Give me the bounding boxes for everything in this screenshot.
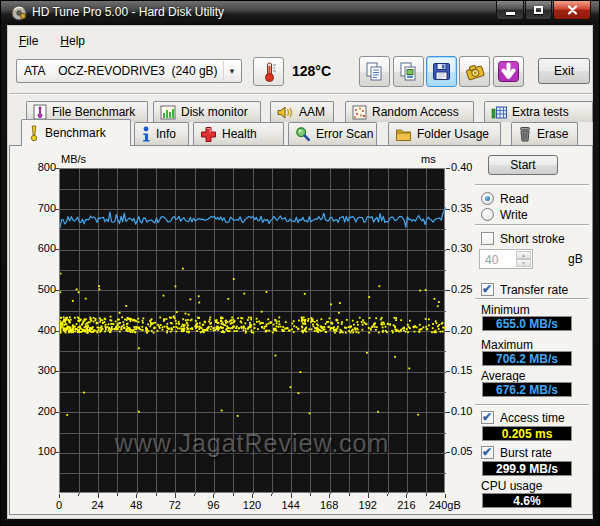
close-button[interactable] xyxy=(553,1,591,20)
drive-select[interactable]: ATA OCZ-REVODRIVE3 (240 gB) ▼ xyxy=(16,59,242,83)
maximum-value: 706.2 MB/s xyxy=(482,351,572,366)
tab-aam[interactable]: AAM xyxy=(270,101,334,122)
exit-button[interactable]: Exit xyxy=(538,58,590,84)
tab-label: Info xyxy=(156,127,176,141)
menu-bar: File Help xyxy=(9,30,89,51)
tab-label: AAM xyxy=(299,105,325,119)
read-radio[interactable] xyxy=(481,192,494,205)
menu-file[interactable]: File xyxy=(15,32,42,50)
download-icon xyxy=(497,60,520,83)
y-left-axis-title: MB/s xyxy=(61,153,86,165)
x-tick xyxy=(78,494,79,496)
app-window: HD Tune Pro 5.00 - Hard Disk Utility Fil… xyxy=(0,0,600,526)
burst-rate-value: 299.9 MB/s xyxy=(482,461,572,476)
tab-label: Benchmark xyxy=(45,126,106,140)
spinner-up-icon[interactable]: ▲ xyxy=(516,251,531,259)
x-tick-label: 240gB xyxy=(429,499,473,511)
y-left-tick-label: 300 xyxy=(30,364,56,376)
write-radio[interactable] xyxy=(481,208,494,221)
tab-error-scan[interactable]: Error Scan xyxy=(288,122,377,145)
tab-info[interactable]: Info xyxy=(134,122,189,145)
window-title: HD Tune Pro 5.00 - Hard Disk Utility xyxy=(32,5,224,19)
tab-extra-tests[interactable]: Extra tests xyxy=(484,101,593,122)
tab-health[interactable]: Health xyxy=(193,122,284,145)
aam-icon xyxy=(277,105,294,120)
y-right-tick xyxy=(446,452,450,453)
tab-label: Random Access xyxy=(372,105,459,119)
tab-folder-usage[interactable]: Folder Usage xyxy=(388,122,501,145)
x-tick xyxy=(291,494,292,498)
x-tick-label: 216 xyxy=(391,499,421,511)
x-tick xyxy=(406,494,407,498)
y-right-tick-label: 0.20 xyxy=(451,324,481,336)
minimum-value: 655.0 MB/s xyxy=(482,316,572,331)
save-icon xyxy=(431,61,452,82)
copy-report-button[interactable] xyxy=(359,56,390,87)
tab-label: Extra tests xyxy=(512,105,569,119)
toolbar-separator xyxy=(9,93,593,95)
write-radio-label[interactable]: Write xyxy=(500,208,528,222)
x-tick xyxy=(426,494,427,496)
short-stroke-label[interactable]: Short stroke xyxy=(500,232,565,246)
spinner-down-icon[interactable]: ▼ xyxy=(516,259,531,267)
download-button[interactable] xyxy=(493,56,524,87)
y-left-tick-label: 500 xyxy=(30,283,56,295)
y-left-tick xyxy=(55,168,59,169)
y-left-tick xyxy=(55,452,59,453)
tab-disk-monitor[interactable]: Disk monitor xyxy=(153,101,261,122)
tab-erase[interactable]: Erase xyxy=(511,122,578,145)
y-right-tick-label: 0.10 xyxy=(451,405,481,417)
access-time-label[interactable]: Access time xyxy=(500,411,565,425)
x-tick xyxy=(59,494,60,498)
y-right-tick xyxy=(446,209,450,210)
x-tick xyxy=(175,494,176,498)
burst-rate-checkbox[interactable] xyxy=(481,446,494,459)
short-stroke-checkbox[interactable] xyxy=(481,232,494,245)
file-benchmark-icon xyxy=(33,104,47,120)
x-tick xyxy=(329,494,330,498)
transfer-rate-checkbox[interactable] xyxy=(481,283,494,296)
copy-image-button[interactable] xyxy=(393,56,424,87)
menu-help[interactable]: Help xyxy=(56,32,89,50)
burst-rate-label[interactable]: Burst rate xyxy=(500,446,552,460)
error-scan-icon xyxy=(295,126,311,142)
separator xyxy=(475,404,589,406)
y-left-tick-label: 800 xyxy=(30,161,56,173)
random-access-icon xyxy=(352,105,367,120)
x-tick xyxy=(117,494,118,496)
read-radio-label[interactable]: Read xyxy=(500,192,529,206)
exit-label: Exit xyxy=(554,64,574,78)
maximize-button[interactable] xyxy=(525,1,552,20)
tab-label: Error Scan xyxy=(316,127,373,141)
y-left-tick-label: 700 xyxy=(30,202,56,214)
y-right-tick-label: 0.15 xyxy=(451,364,481,376)
y-left-tick-label: 400 xyxy=(30,324,56,336)
tab-label: Folder Usage xyxy=(417,127,489,141)
x-tick xyxy=(271,494,272,496)
y-right-tick-label: 0.40 xyxy=(451,161,481,173)
stroke-size-value: 40 xyxy=(485,253,498,267)
capture-button[interactable] xyxy=(459,56,490,87)
start-button[interactable]: Start xyxy=(488,155,558,175)
stroke-unit-label: gB xyxy=(568,252,583,266)
x-tick-label: 0 xyxy=(44,499,74,511)
save-button[interactable] xyxy=(426,56,457,87)
minimize-button[interactable] xyxy=(496,1,524,20)
stroke-size-spinner[interactable]: 40 ▲ ▼ xyxy=(479,249,533,269)
x-tick-label: 24 xyxy=(83,499,113,511)
tab-benchmark[interactable]: Benchmark xyxy=(21,119,131,146)
x-tick xyxy=(213,494,214,498)
x-tick-label: 168 xyxy=(314,499,344,511)
y-right-axis-title: ms xyxy=(421,153,436,165)
average-label: Average xyxy=(481,369,525,383)
y-right-tick xyxy=(446,412,450,413)
transfer-rate-label[interactable]: Transfer rate xyxy=(500,283,568,297)
temperature-button[interactable] xyxy=(253,57,284,86)
y-right-tick-label: 0.05 xyxy=(451,445,481,457)
app-icon xyxy=(11,5,27,21)
maximum-label: Maximum xyxy=(481,338,533,352)
tab-random-access[interactable]: Random Access xyxy=(345,101,474,122)
maximize-icon xyxy=(534,6,543,14)
access-time-checkbox[interactable] xyxy=(481,411,494,424)
y-left-tick xyxy=(55,249,59,250)
